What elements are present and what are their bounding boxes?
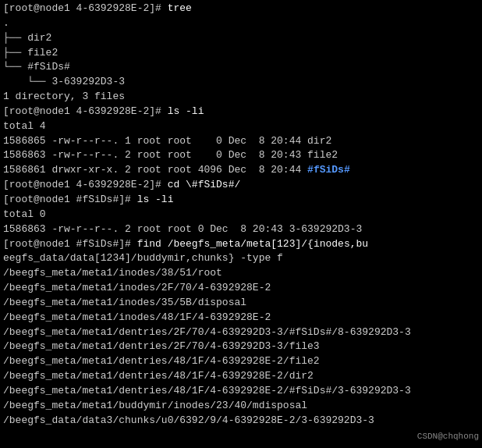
- terminal-line: [root@node1 4-6392928E-2]# tree: [3, 2, 479, 16]
- terminal-line: [root@node1 #fSiDs#]# ls -li: [3, 193, 479, 208]
- terminal-line: 1586863 -rw-r--r--. 2 root root 0 Dec 8 …: [3, 222, 479, 237]
- terminal-line: 1586863 -rw-r--r--. 2 root root 0 Dec 8 …: [3, 148, 479, 163]
- terminal-line: ├── dir2: [3, 31, 479, 46]
- terminal-line: [root@node1 #fSiDs#]# find /beegfs_meta/…: [3, 237, 479, 252]
- terminal-line: 1 directory, 3 files: [3, 90, 479, 105]
- terminal-line: /beegfs_meta/meta1/inodes/35/5B/disposal: [3, 296, 479, 311]
- terminal-line: total 0: [3, 208, 479, 222]
- terminal-line: /beegfs_data/data3/chunks/u0/6392/9/4-63…: [3, 414, 479, 428]
- terminal-line: eegfs_data/data[1234]/buddymir,chunks} -…: [3, 251, 479, 266]
- watermark: CSDN@chqhong: [417, 431, 479, 443]
- terminal-line: /beegfs_meta/meta1/dentries/48/1F/4-6392…: [3, 384, 479, 399]
- terminal-line: 1586861 drwxr-xr-x. 2 root root 4096 Dec…: [3, 163, 479, 178]
- terminal-line: /beegfs_meta/meta1/dentries/2F/70/4-6392…: [3, 340, 479, 354]
- terminal-line: /beegfs_meta/meta1/dentries/48/1F/4-6392…: [3, 369, 479, 384]
- terminal-line: /beegfs_meta/meta1/buddymir/inodes/23/40…: [3, 399, 479, 414]
- terminal-line: /beegfs_meta/meta1/inodes/2F/70/4-639292…: [3, 281, 479, 296]
- terminal-line: └── 3-639292D3-3: [3, 75, 479, 90]
- terminal-line: [root@node1 4-6392928E-2]# cd \#fSiDs#/: [3, 178, 479, 193]
- terminal-line: ├── file2: [3, 46, 479, 61]
- terminal-line: /beegfs_meta/meta1/inodes/38/51/root: [3, 266, 479, 281]
- terminal-line: total 4: [3, 119, 479, 134]
- terminal-line: /beegfs_meta/meta1/dentries/48/1F/4-6392…: [3, 354, 479, 369]
- terminal-line: 1586865 -rw-r--r--. 1 root root 0 Dec 8 …: [3, 134, 479, 149]
- terminal-line: .: [3, 16, 479, 31]
- terminal-line: /beegfs_meta/meta1/inodes/48/1F/4-639292…: [3, 311, 479, 325]
- terminal-line: └── #fSiDs#: [3, 60, 479, 75]
- terminal: [root@node1 4-6392928E-2]# tree.├── dir2…: [0, 0, 482, 448]
- terminal-line: [root@node1 4-6392928E-2]# ls -li: [3, 105, 479, 119]
- terminal-line: /beegfs_meta/meta1/dentries/2F/70/4-6392…: [3, 325, 479, 340]
